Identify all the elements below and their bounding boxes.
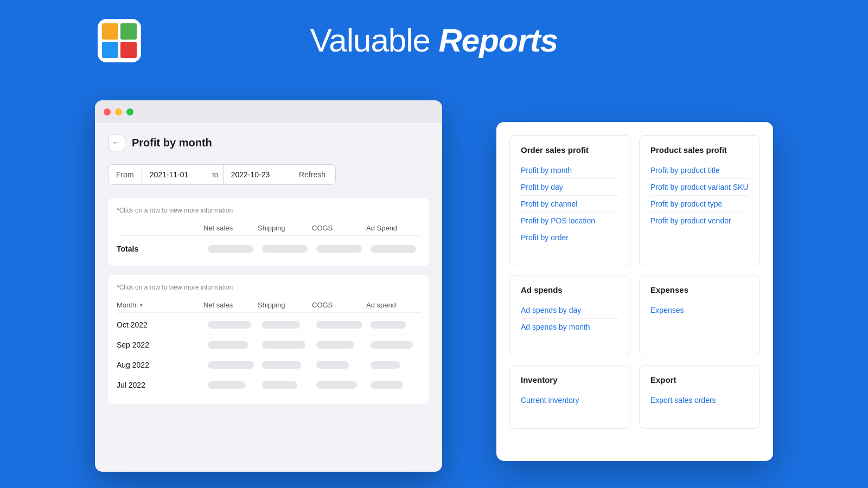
nav-card-title: Expenses	[650, 285, 749, 294]
close-dot	[104, 108, 111, 115]
table-row[interactable]: Aug 2022	[117, 355, 420, 375]
totals-row[interactable]: Totals	[117, 240, 420, 258]
table1-header: Net sales Shipping COGS Ad Spend	[117, 221, 420, 236]
logo	[98, 19, 141, 62]
table-row[interactable]: Sep 2022	[117, 335, 420, 355]
row-cogs-skeleton	[316, 361, 349, 369]
row-shipping-skeleton	[262, 361, 301, 369]
th2-adspend: Ad spend	[366, 301, 420, 309]
nav-card-title: Product sales profit	[650, 145, 749, 155]
logo-cell-green	[120, 23, 137, 40]
app-window: ← Profit by month From to Refresh *Click…	[95, 100, 442, 472]
page-title: Profit by month	[132, 137, 212, 149]
table-row[interactable]: Oct 2022	[117, 315, 420, 335]
row-netsales-skeleton	[208, 321, 251, 329]
maximize-dot	[126, 108, 133, 115]
totals-label: Totals	[117, 245, 203, 253]
monthly-table: *Click on a row to view more information…	[108, 275, 429, 404]
nav-link-export-sales-orders[interactable]: Export sales orders	[650, 392, 749, 408]
row-netsales-skeleton	[208, 341, 248, 349]
from-date-input[interactable]	[142, 165, 208, 184]
nav-card-title: Inventory	[521, 375, 619, 384]
nav-card-product-sales-profit: Product sales profit Profit by product t…	[639, 135, 760, 266]
th-empty	[117, 224, 203, 232]
window-area: ← Profit by month From to Refresh *Click…	[95, 100, 773, 472]
row-cogs-skeleton	[316, 321, 362, 329]
sort-arrow: ▼	[138, 302, 144, 308]
nav-link-expenses[interactable]: Expenses	[650, 302, 749, 318]
row-adspend-skeleton	[371, 381, 403, 389]
minimize-dot	[115, 108, 122, 115]
nav-link-ad-spends-by-month[interactable]: Ad spends by month	[521, 319, 619, 335]
nav-link-profit-by-sku[interactable]: Profit by product variant SKU	[650, 179, 749, 196]
row-cogs-skeleton	[316, 341, 354, 349]
totals-table: *Click on a row to view more information…	[108, 198, 429, 266]
th-month[interactable]: Month ▼	[117, 301, 203, 309]
nav-card-inventory: Inventory Current inventory	[509, 365, 630, 429]
nav-card-expenses: Expenses Expenses	[639, 275, 760, 356]
page-header-row: ← Profit by month	[108, 134, 429, 151]
totals-cogs-skeleton	[316, 245, 362, 253]
row-netsales-skeleton	[208, 381, 246, 389]
table2-header: Month ▼ Net sales Shipping COGS Ad spend	[117, 298, 420, 313]
app-title: Valuable Reports	[310, 22, 558, 59]
totals-shipping-skeleton	[262, 245, 308, 253]
to-date-input[interactable]	[224, 165, 289, 184]
table2-hint: *Click on a row to view more information	[117, 284, 420, 291]
logo-cell-blue	[102, 42, 118, 58]
table1-hint: *Click on a row to view more information	[117, 207, 420, 214]
logo-cell-red	[120, 42, 137, 58]
row-adspend-skeleton	[371, 321, 406, 329]
totals-adspend-skeleton	[371, 245, 416, 253]
to-label: to	[208, 165, 224, 184]
th2-cogs: COGS	[312, 301, 366, 309]
nav-link-current-inventory[interactable]: Current inventory	[521, 392, 619, 408]
nav-link-profit-by-product-type[interactable]: Profit by product type	[650, 196, 749, 213]
row-cogs-skeleton	[316, 381, 357, 389]
back-button[interactable]: ←	[108, 134, 125, 151]
nav-link-profit-by-order[interactable]: Profit by order	[521, 229, 619, 246]
table-row[interactable]: Jul 2022	[117, 375, 420, 395]
row-shipping-skeleton	[262, 321, 300, 329]
row-label: Sep 2022	[117, 341, 203, 349]
nav-card-title: Order sales profit	[521, 145, 619, 155]
nav-panel: Order sales profit Profit by month Profi…	[496, 122, 773, 461]
row-shipping-skeleton	[262, 381, 297, 389]
nav-card-title: Export	[650, 375, 749, 384]
nav-link-profit-by-product-title[interactable]: Profit by product title	[650, 162, 749, 179]
th-cogs: COGS	[312, 224, 366, 232]
date-filter: From to Refresh	[108, 164, 336, 185]
nav-link-profit-by-pos[interactable]: Profit by POS location	[521, 213, 619, 229]
th-shipping: Shipping	[258, 224, 312, 232]
nav-link-ad-spends-by-day[interactable]: Ad spends by day	[521, 302, 619, 319]
row-netsales-skeleton	[208, 361, 254, 369]
row-shipping-skeleton	[262, 341, 305, 349]
th2-netsales: Net sales	[203, 301, 258, 309]
nav-card-ad-spends: Ad spends Ad spends by day Ad spends by …	[509, 275, 630, 356]
th-adspend: Ad Spend	[366, 224, 420, 232]
th-netsales: Net sales	[203, 224, 258, 232]
nav-link-profit-by-month[interactable]: Profit by month	[521, 162, 619, 179]
logo-cell-orange	[102, 23, 118, 40]
row-label: Jul 2022	[117, 381, 203, 389]
app-content: ← Profit by month From to Refresh *Click…	[95, 123, 442, 423]
row-label: Oct 2022	[117, 320, 203, 329]
nav-card-order-sales-profit: Order sales profit Profit by month Profi…	[509, 135, 630, 266]
page-header: Valuable Reports	[0, 0, 868, 75]
nav-link-profit-by-day[interactable]: Profit by day	[521, 179, 619, 196]
row-adspend-skeleton	[371, 341, 413, 349]
from-label: From	[108, 165, 142, 184]
nav-link-profit-by-vendor[interactable]: Profit by product vendor	[650, 213, 749, 229]
row-adspend-skeleton	[371, 361, 400, 369]
nav-card-title: Ad spends	[521, 285, 619, 294]
row-label: Aug 2022	[117, 361, 203, 369]
nav-link-profit-by-channel[interactable]: Profit by channel	[521, 196, 619, 213]
nav-card-export: Export Export sales orders	[639, 365, 760, 429]
title-bar	[95, 100, 442, 123]
refresh-button[interactable]: Refresh	[289, 165, 335, 184]
th2-shipping: Shipping	[258, 301, 312, 309]
totals-netsales-skeleton	[208, 245, 253, 253]
